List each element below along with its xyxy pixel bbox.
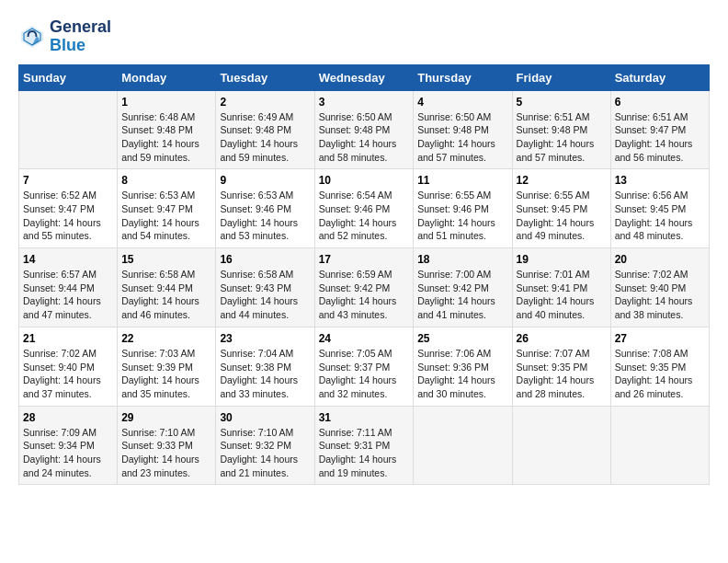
calendar-cell: 15Sunrise: 6:58 AM Sunset: 9:44 PM Dayli… <box>118 248 216 327</box>
day-info: Sunrise: 7:00 AM Sunset: 9:42 PM Dayligh… <box>417 268 507 322</box>
week-row-4: 21Sunrise: 7:02 AM Sunset: 9:40 PM Dayli… <box>19 327 710 406</box>
day-number: 23 <box>220 332 310 345</box>
calendar-cell: 3Sunrise: 6:50 AM Sunset: 9:48 PM Daylig… <box>314 90 414 169</box>
calendar-cell: 22Sunrise: 7:03 AM Sunset: 9:39 PM Dayli… <box>118 327 216 406</box>
calendar-cell: 1Sunrise: 6:48 AM Sunset: 9:48 PM Daylig… <box>118 90 216 169</box>
day-info: Sunrise: 6:55 AM Sunset: 9:46 PM Dayligh… <box>417 189 507 243</box>
day-info: Sunrise: 7:06 AM Sunset: 9:36 PM Dayligh… <box>417 347 507 401</box>
calendar-cell <box>610 406 709 485</box>
calendar-cell: 29Sunrise: 7:10 AM Sunset: 9:33 PM Dayli… <box>118 406 216 485</box>
calendar-cell: 12Sunrise: 6:55 AM Sunset: 9:45 PM Dayli… <box>512 169 610 248</box>
day-number: 18 <box>417 253 507 266</box>
weekday-header-tuesday: Tuesday <box>216 64 314 90</box>
day-info: Sunrise: 7:09 AM Sunset: 9:34 PM Dayligh… <box>23 426 113 480</box>
weekday-header-friday: Friday <box>512 64 610 90</box>
day-info: Sunrise: 6:48 AM Sunset: 9:48 PM Dayligh… <box>121 110 211 165</box>
day-number: 24 <box>319 332 410 345</box>
week-row-2: 7Sunrise: 6:52 AM Sunset: 9:47 PM Daylig… <box>19 169 710 248</box>
calendar-cell: 24Sunrise: 7:05 AM Sunset: 9:37 PM Dayli… <box>314 327 414 406</box>
day-number: 7 <box>23 174 113 187</box>
day-info: Sunrise: 6:56 AM Sunset: 9:45 PM Dayligh… <box>615 189 705 243</box>
day-info: Sunrise: 7:10 AM Sunset: 9:33 PM Dayligh… <box>121 426 211 480</box>
calendar-cell: 4Sunrise: 6:50 AM Sunset: 9:48 PM Daylig… <box>414 90 512 169</box>
calendar-cell: 28Sunrise: 7:09 AM Sunset: 9:34 PM Dayli… <box>19 406 118 485</box>
day-number: 5 <box>517 96 607 109</box>
day-info: Sunrise: 7:07 AM Sunset: 9:35 PM Dayligh… <box>517 347 607 401</box>
weekday-header-wednesday: Wednesday <box>314 64 414 90</box>
day-number: 16 <box>220 253 310 266</box>
day-number: 3 <box>319 96 410 109</box>
calendar-cell: 11Sunrise: 6:55 AM Sunset: 9:46 PM Dayli… <box>414 169 512 248</box>
day-number: 15 <box>121 253 211 266</box>
day-number: 31 <box>319 411 410 424</box>
weekday-header-sunday: Sunday <box>19 64 118 90</box>
day-info: Sunrise: 7:02 AM Sunset: 9:40 PM Dayligh… <box>23 347 113 401</box>
day-info: Sunrise: 6:50 AM Sunset: 9:48 PM Dayligh… <box>417 110 507 165</box>
calendar-cell: 19Sunrise: 7:01 AM Sunset: 9:41 PM Dayli… <box>512 248 610 327</box>
day-number: 4 <box>417 96 507 109</box>
page-header: General Blue <box>18 18 710 55</box>
day-info: Sunrise: 7:04 AM Sunset: 9:38 PM Dayligh… <box>220 347 310 401</box>
day-info: Sunrise: 6:52 AM Sunset: 9:47 PM Dayligh… <box>23 189 113 243</box>
day-info: Sunrise: 6:51 AM Sunset: 9:48 PM Dayligh… <box>517 110 607 165</box>
logo-icon <box>18 23 46 51</box>
weekday-header-thursday: Thursday <box>414 64 512 90</box>
logo-general: General <box>50 18 111 37</box>
day-number: 13 <box>615 174 705 187</box>
day-number: 28 <box>23 411 113 424</box>
day-info: Sunrise: 6:54 AM Sunset: 9:46 PM Dayligh… <box>319 189 410 243</box>
weekday-header-saturday: Saturday <box>610 64 709 90</box>
calendar-cell: 30Sunrise: 7:10 AM Sunset: 9:32 PM Dayli… <box>216 406 314 485</box>
calendar-cell: 21Sunrise: 7:02 AM Sunset: 9:40 PM Dayli… <box>19 327 118 406</box>
day-number: 27 <box>615 332 705 345</box>
day-number: 9 <box>220 174 310 187</box>
day-info: Sunrise: 6:58 AM Sunset: 9:44 PM Dayligh… <box>121 268 211 322</box>
day-info: Sunrise: 6:49 AM Sunset: 9:48 PM Dayligh… <box>220 110 310 165</box>
day-number: 26 <box>517 332 607 345</box>
calendar-cell: 25Sunrise: 7:06 AM Sunset: 9:36 PM Dayli… <box>414 327 512 406</box>
calendar-cell: 16Sunrise: 6:58 AM Sunset: 9:43 PM Dayli… <box>216 248 314 327</box>
calendar-cell: 13Sunrise: 6:56 AM Sunset: 9:45 PM Dayli… <box>610 169 709 248</box>
day-number: 21 <box>23 332 113 345</box>
calendar-table: SundayMondayTuesdayWednesdayThursdayFrid… <box>18 64 710 486</box>
day-number: 2 <box>220 96 310 109</box>
calendar-cell: 7Sunrise: 6:52 AM Sunset: 9:47 PM Daylig… <box>19 169 118 248</box>
day-number: 11 <box>417 174 507 187</box>
day-number: 8 <box>121 174 211 187</box>
day-number: 12 <box>517 174 607 187</box>
day-number: 30 <box>220 411 310 424</box>
day-info: Sunrise: 6:55 AM Sunset: 9:45 PM Dayligh… <box>517 189 607 243</box>
calendar-cell: 8Sunrise: 6:53 AM Sunset: 9:47 PM Daylig… <box>118 169 216 248</box>
calendar-cell: 14Sunrise: 6:57 AM Sunset: 9:44 PM Dayli… <box>19 248 118 327</box>
week-row-3: 14Sunrise: 6:57 AM Sunset: 9:44 PM Dayli… <box>19 248 710 327</box>
day-info: Sunrise: 6:58 AM Sunset: 9:43 PM Dayligh… <box>220 268 310 322</box>
logo: General Blue <box>18 18 111 55</box>
week-row-5: 28Sunrise: 7:09 AM Sunset: 9:34 PM Dayli… <box>19 406 710 485</box>
day-info: Sunrise: 7:10 AM Sunset: 9:32 PM Dayligh… <box>220 426 310 480</box>
weekday-header-monday: Monday <box>118 64 216 90</box>
day-info: Sunrise: 6:51 AM Sunset: 9:47 PM Dayligh… <box>615 110 705 165</box>
day-number: 20 <box>615 253 705 266</box>
day-number: 22 <box>121 332 211 345</box>
weekday-header-row: SundayMondayTuesdayWednesdayThursdayFrid… <box>19 64 710 90</box>
day-info: Sunrise: 7:05 AM Sunset: 9:37 PM Dayligh… <box>319 347 410 401</box>
calendar-cell: 5Sunrise: 6:51 AM Sunset: 9:48 PM Daylig… <box>512 90 610 169</box>
calendar-cell: 27Sunrise: 7:08 AM Sunset: 9:35 PM Dayli… <box>610 327 709 406</box>
day-info: Sunrise: 6:50 AM Sunset: 9:48 PM Dayligh… <box>319 110 410 165</box>
calendar-cell: 2Sunrise: 6:49 AM Sunset: 9:48 PM Daylig… <box>216 90 314 169</box>
week-row-1: 1Sunrise: 6:48 AM Sunset: 9:48 PM Daylig… <box>19 90 710 169</box>
day-info: Sunrise: 6:59 AM Sunset: 9:42 PM Dayligh… <box>319 268 410 322</box>
calendar-cell <box>414 406 512 485</box>
calendar-cell <box>512 406 610 485</box>
calendar-cell: 10Sunrise: 6:54 AM Sunset: 9:46 PM Dayli… <box>314 169 414 248</box>
calendar-cell: 23Sunrise: 7:04 AM Sunset: 9:38 PM Dayli… <box>216 327 314 406</box>
day-info: Sunrise: 6:57 AM Sunset: 9:44 PM Dayligh… <box>23 268 113 322</box>
calendar-cell: 9Sunrise: 6:53 AM Sunset: 9:46 PM Daylig… <box>216 169 314 248</box>
day-info: Sunrise: 7:08 AM Sunset: 9:35 PM Dayligh… <box>615 347 705 401</box>
calendar-cell: 26Sunrise: 7:07 AM Sunset: 9:35 PM Dayli… <box>512 327 610 406</box>
logo-blue: Blue <box>50 37 111 55</box>
calendar-cell: 31Sunrise: 7:11 AM Sunset: 9:31 PM Dayli… <box>314 406 414 485</box>
day-info: Sunrise: 7:02 AM Sunset: 9:40 PM Dayligh… <box>615 268 705 322</box>
calendar-cell <box>19 90 118 169</box>
day-info: Sunrise: 7:01 AM Sunset: 9:41 PM Dayligh… <box>517 268 607 322</box>
